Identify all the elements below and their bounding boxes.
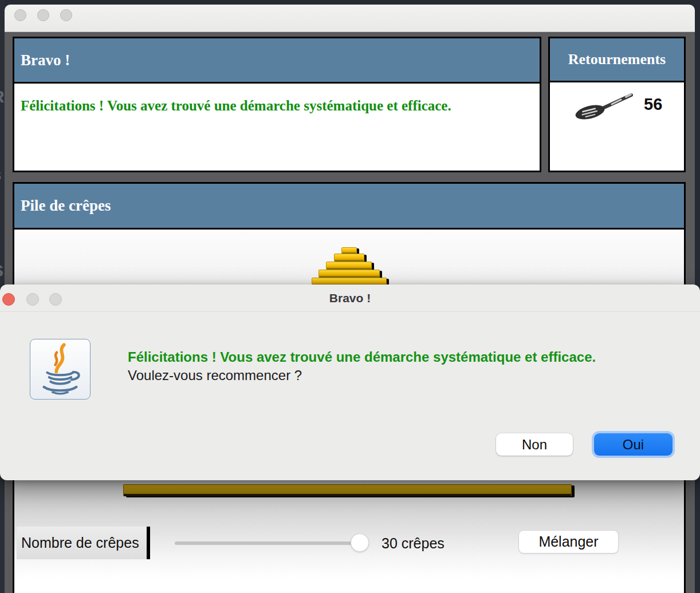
dialog-close-icon[interactable] — [2, 293, 15, 306]
dialog-message: Félicitations ! Vous avez trouvé une dém… — [128, 348, 596, 385]
pancake[interactable] — [326, 262, 372, 270]
pancake[interactable] — [334, 254, 364, 262]
dialog-minimize-icon — [26, 293, 39, 306]
pancake-bottom[interactable] — [123, 484, 572, 496]
yes-button[interactable]: Oui — [594, 433, 673, 456]
crepes-slider-thumb[interactable] — [351, 533, 369, 552]
zoom-icon[interactable] — [60, 9, 72, 21]
retournements-panel: Retournements 56 — [548, 37, 686, 172]
retournements-panel-header: Retournements — [550, 38, 684, 82]
dialog-message-line2: Voulez-vous recommencer ? — [128, 366, 596, 385]
bravo-panel: Bravo ! Félicitations ! Vous avez trouvé… — [13, 37, 541, 172]
java-logo-icon — [30, 339, 91, 400]
bravo-panel-title: Bravo ! — [21, 52, 70, 69]
crepes-slider-track[interactable] — [175, 541, 360, 545]
spatula-icon — [571, 88, 640, 121]
crepes-count-label-text: Nombre de crêpes — [21, 535, 139, 551]
dialog-title: Bravo ! — [0, 284, 700, 312]
dialog-body: Félicitations ! Vous avez trouvé une dém… — [0, 313, 700, 480]
pile-panel-title: Pile de crêpes — [21, 197, 111, 215]
flip-count: 56 — [644, 95, 662, 114]
dialog-message-line1: Félicitations ! Vous avez trouvé une dém… — [128, 348, 596, 366]
crepes-count-label: Nombre de crêpes — [17, 527, 150, 559]
crepes-slider-value: 30 crêpes — [382, 535, 445, 552]
close-icon[interactable] — [14, 9, 26, 21]
pile-panel-header: Pile de crêpes — [14, 184, 684, 230]
bravo-panel-header: Bravo ! — [14, 38, 540, 84]
no-button[interactable]: Non — [496, 433, 573, 456]
main-window-titlebar — [5, 5, 695, 32]
dialog-titlebar: Bravo ! — [0, 284, 700, 312]
retournements-panel-title: Retournements — [568, 51, 666, 68]
bravo-dialog: Bravo ! Félicitations ! Vous avez trouvé… — [0, 284, 700, 480]
minimize-icon[interactable] — [37, 9, 49, 21]
shuffle-button[interactable]: Mélanger — [518, 530, 619, 554]
pancake[interactable] — [318, 270, 380, 278]
congratulations-message: Félicitations ! Vous avez trouvé une dém… — [14, 84, 540, 114]
dialog-zoom-icon — [49, 293, 62, 306]
